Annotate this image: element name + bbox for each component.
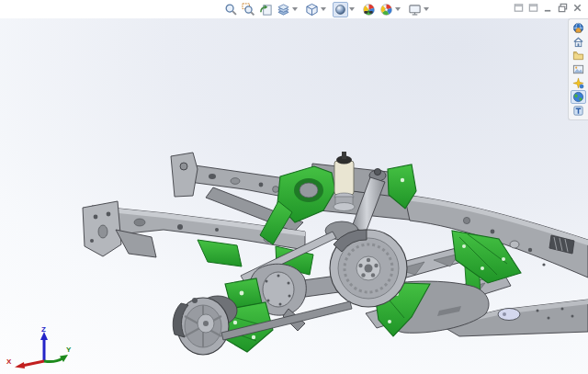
beachball-icon: [379, 3, 393, 17]
close-icon: [572, 3, 582, 13]
monitor-icon: [408, 3, 422, 17]
hide-show-items-button[interactable]: [361, 2, 377, 17]
section-view-button[interactable]: [276, 2, 291, 17]
page-arrow-icon: [259, 3, 273, 17]
brake-assembly-left: [173, 296, 237, 355]
triad-z-label: Z: [41, 325, 46, 334]
triad-y-label: Y: [66, 346, 72, 354]
file-explorer-button[interactable]: [571, 49, 586, 62]
window-controls: [513, 2, 583, 14]
dropdown-caret-icon[interactable]: [424, 7, 429, 11]
design-library-button[interactable]: [571, 35, 586, 49]
magnifier-icon: [224, 3, 238, 17]
custom-properties-button[interactable]: [571, 90, 586, 104]
reference-triad: Z X Y: [6, 324, 74, 368]
minimize-icon: [543, 3, 553, 13]
green-belly-bracket: [198, 240, 242, 266]
globe-home-icon: [572, 22, 584, 34]
magnifier-area-icon: [242, 3, 255, 17]
task-pane-extra-button[interactable]: [571, 104, 586, 118]
task-pane-toolbar: [568, 18, 588, 120]
view-settings-button[interactable]: [407, 2, 423, 17]
doc-window-button-2[interactable]: [527, 2, 539, 14]
layers-icon: [277, 3, 290, 17]
folder-icon: [572, 50, 584, 62]
shaded-sphere-icon: [334, 3, 346, 17]
window-icon: [528, 3, 538, 13]
cube-icon: [305, 3, 319, 17]
view-orientation-button[interactable]: [304, 2, 320, 17]
edit-appearance-button[interactable]: [379, 2, 394, 17]
window-icon: [514, 3, 524, 13]
triad-x-label: X: [6, 357, 12, 366]
doc-window-button[interactable]: [513, 2, 525, 14]
restore-down-button[interactable]: [557, 2, 569, 14]
house-icon: [572, 36, 584, 48]
sparkle-icon: [572, 77, 584, 89]
dropdown-caret-icon[interactable]: [349, 7, 355, 11]
dropdown-caret-icon[interactable]: [395, 7, 401, 11]
previous-view-button[interactable]: [258, 2, 274, 17]
solidworks-resources-button[interactable]: [571, 21, 586, 35]
dropdown-caret-icon[interactable]: [292, 7, 298, 11]
brake-rotor-right: [330, 230, 407, 307]
view-palette-button[interactable]: [571, 62, 586, 76]
restore-icon: [558, 3, 568, 13]
globe-green-icon: [572, 91, 584, 103]
appearances-scenes-button[interactable]: [571, 76, 586, 90]
headsup-tools: [222, 1, 431, 17]
graphics-area[interactable]: Z X Y: [0, 18, 588, 374]
close-button[interactable]: [571, 2, 583, 14]
display-style-button[interactable]: [333, 2, 348, 17]
headsup-toolbar: [0, 0, 588, 18]
dropdown-caret-icon[interactable]: [321, 7, 326, 11]
minimize-button[interactable]: [542, 2, 554, 14]
blue-t-icon: [572, 105, 584, 117]
model-3d-view: [0, 18, 588, 374]
zoom-to-fit-button[interactable]: [223, 2, 239, 17]
solidworks-window: Z X Y: [0, 0, 588, 374]
beachball-glasses-icon: [362, 3, 376, 17]
picture-frame-icon: [572, 63, 584, 75]
zoom-to-area-button[interactable]: [241, 2, 256, 17]
